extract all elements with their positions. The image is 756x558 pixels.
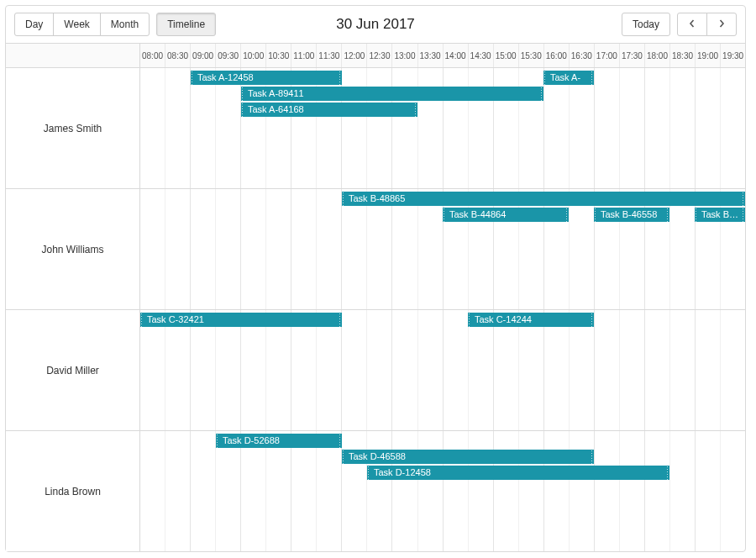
timeline-event[interactable]: Task D-46588 bbox=[342, 450, 594, 464]
resource-name-cell: David Miller bbox=[6, 310, 140, 430]
toolbar: Day Week Month Timeline 30 Jun 2017 Toda… bbox=[6, 6, 745, 43]
time-header-cell: 09:00 bbox=[191, 44, 216, 67]
timeline-event[interactable]: Task B-44864 bbox=[443, 208, 569, 222]
time-header-cell: 10:30 bbox=[266, 44, 291, 67]
view-month-button[interactable]: Month bbox=[100, 13, 150, 36]
time-header-cell: 08:00 bbox=[140, 44, 165, 67]
time-header: 08:0008:3009:0009:3010:0010:3011:0011:30… bbox=[140, 44, 745, 67]
view-switch-group: Day Week Month bbox=[14, 13, 150, 36]
timeline-event[interactable]: Task A- bbox=[543, 71, 594, 85]
time-header-cell: 12:30 bbox=[367, 44, 392, 67]
today-button[interactable]: Today bbox=[622, 13, 670, 36]
view-timeline-button[interactable]: Timeline bbox=[156, 13, 216, 36]
resource-row: James SmithTask A-12458Task A-89411Task … bbox=[6, 68, 745, 189]
timeline-event[interactable]: Task B-46558 bbox=[594, 208, 669, 222]
time-header-cell: 13:30 bbox=[418, 44, 444, 67]
time-header-cell: 11:00 bbox=[291, 44, 317, 67]
timeline-event[interactable]: Task A-64168 bbox=[241, 103, 417, 117]
timeline-event[interactable]: Task B-48865 bbox=[342, 192, 745, 206]
time-header-cell: 18:30 bbox=[670, 44, 696, 67]
time-header-cell: 10:00 bbox=[241, 44, 266, 67]
time-header-row: 08:0008:3009:0009:3010:0010:3011:0011:30… bbox=[6, 44, 745, 68]
time-header-cell: 18:00 bbox=[645, 44, 670, 67]
next-button[interactable] bbox=[706, 13, 737, 36]
timeline-event[interactable]: Task D-52688 bbox=[216, 434, 342, 448]
resource-name-cell: Linda Brown bbox=[6, 431, 140, 551]
time-header-cell: 14:30 bbox=[469, 44, 494, 67]
resource-name-cell: James Smith bbox=[6, 68, 140, 188]
timeline-event[interactable]: Task A-89411 bbox=[241, 87, 543, 101]
chevron-right-icon bbox=[717, 18, 726, 31]
timeline-event[interactable]: Task C-14244 bbox=[468, 313, 594, 327]
resource-name-cell: John Williams bbox=[6, 189, 140, 309]
time-header-cell: 17:00 bbox=[595, 44, 620, 67]
view-day-button[interactable]: Day bbox=[14, 13, 54, 36]
time-header-cell: 11:30 bbox=[317, 44, 342, 67]
view-week-button[interactable]: Week bbox=[53, 13, 100, 36]
time-header-cell: 15:30 bbox=[519, 44, 544, 67]
time-header-cell: 08:30 bbox=[165, 44, 191, 67]
resource-lane[interactable]: Task D-52688Task D-46588Task D-12458 bbox=[140, 431, 745, 551]
time-header-cell: 16:00 bbox=[544, 44, 570, 67]
time-header-cell: 09:30 bbox=[216, 44, 241, 67]
resource-lane[interactable]: Task C-32421Task C-14244 bbox=[140, 310, 745, 430]
timeline-event[interactable]: Task B-45564 bbox=[695, 208, 745, 222]
scheduler-root: Day Week Month Timeline 30 Jun 2017 Toda… bbox=[5, 5, 746, 552]
prev-button[interactable] bbox=[677, 13, 707, 36]
time-header-cell: 17:30 bbox=[620, 44, 645, 67]
time-header-cell: 16:30 bbox=[570, 44, 595, 67]
resource-row: David MillerTask C-32421Task C-14244 bbox=[6, 310, 745, 431]
time-header-cell: 13:00 bbox=[392, 44, 417, 67]
nav-group bbox=[677, 13, 737, 36]
resource-lane[interactable]: Task A-12458Task A-89411Task A-64168Task… bbox=[140, 68, 745, 188]
timeline-event[interactable]: Task A-12458 bbox=[191, 71, 342, 85]
timeline-grid: 08:0008:3009:0009:3010:0010:3011:0011:30… bbox=[6, 43, 745, 551]
time-header-cell: 19:00 bbox=[696, 44, 721, 67]
chevron-left-icon bbox=[688, 18, 696, 31]
resource-lane[interactable]: Task B-48865Task B-44864Task B-46558Task… bbox=[140, 189, 745, 309]
resource-row: John WilliamsTask B-48865Task B-44864Tas… bbox=[6, 189, 745, 310]
time-header-cell: 14:00 bbox=[444, 44, 469, 67]
timeline-rows: James SmithTask A-12458Task A-89411Task … bbox=[6, 68, 745, 551]
time-header-cell: 12:00 bbox=[342, 44, 367, 67]
timeline-event[interactable]: Task C-32421 bbox=[140, 313, 342, 327]
time-header-cell: 19:30 bbox=[721, 44, 745, 67]
timeline-event[interactable]: Task D-12458 bbox=[367, 466, 669, 480]
resource-header-cell bbox=[6, 44, 140, 67]
resource-row: Linda BrownTask D-52688Task D-46588Task … bbox=[6, 431, 745, 551]
time-header-cell: 15:00 bbox=[494, 44, 519, 67]
